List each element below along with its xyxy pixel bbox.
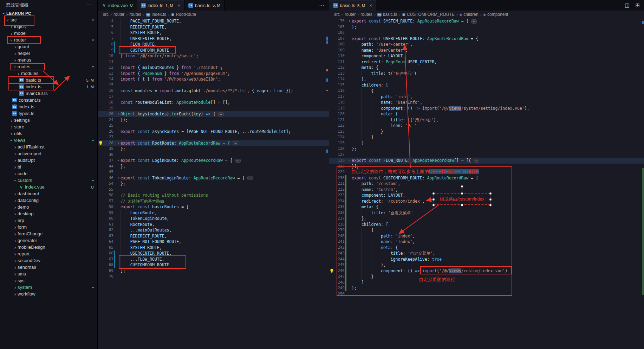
- code-line-58[interactable]: 58export const basicRoutes = [: [98, 204, 329, 210]
- code-line-237[interactable]: 237 },: [329, 216, 644, 222]
- code-line-127[interactable]: 127: [329, 152, 644, 158]
- close-icon[interactable]: ×: [177, 3, 180, 8]
- code-line-9[interactable]: 9 CUSTOMFORM_ROUTE: [98, 47, 329, 53]
- code-line-67[interactable]: 67 ...FLOW_ROUTE,: [98, 256, 329, 262]
- fold-chevron-icon[interactable]: ›: [347, 18, 352, 24]
- breadcrumb-item-index.ts[interactable]: TSindex.ts: [146, 12, 166, 17]
- selection-handle[interactable]: [461, 192, 463, 195]
- tree-folder-settings[interactable]: ›settings: [0, 117, 97, 123]
- code-line-26[interactable]: 26export const asyncRoutes = [PAGE_NOT_F…: [98, 129, 329, 135]
- code-line-122[interactable]: 122 icon: '人 ': [329, 123, 644, 129]
- breadcrumb-item-src[interactable]: src: [334, 12, 340, 17]
- selection-handle[interactable]: [489, 198, 492, 201]
- code-line-35[interactable]: 35};: [98, 146, 329, 152]
- code-line-5[interactable]: 5 REDIRECT_ROUTE,: [98, 24, 329, 30]
- fold-chevron-icon[interactable]: ›: [116, 175, 121, 181]
- code-line-57[interactable]: 57// 未经许可的基本路由: [98, 198, 329, 204]
- tree-file-index.ts[interactable]: TSindex.ts: [0, 103, 97, 110]
- tree-folder-dashboard[interactable]: ›dashboard: [0, 190, 97, 197]
- split-editor-icon[interactable]: ◫: [625, 2, 630, 8]
- tree-folder-sys[interactable]: ›sys: [0, 277, 97, 284]
- tree-folder-system[interactable]: ›system●: [0, 284, 97, 291]
- code-editor-basic-ts[interactable]: 76›export const SYSTEM_ROUTE: AppRouteRe…: [329, 18, 644, 297]
- tree-file-types.ts[interactable]: TStypes.ts: [0, 110, 97, 117]
- code-line-11[interactable]: 11: [98, 59, 329, 65]
- code-line-4[interactable]: 4 PAGE_NOT_FOUND_ROUTE,: [98, 18, 329, 24]
- code-line-15[interactable]: 15: [98, 82, 329, 88]
- tree-folder-activereport[interactable]: ›activereport: [0, 150, 97, 157]
- code-line-120[interactable]: 120 meta: {: [329, 111, 644, 117]
- code-line-250[interactable]: 250: [329, 291, 644, 297]
- tree-folder-routes[interactable]: ›routes●: [0, 63, 97, 70]
- code-line-44[interactable]: 44};: [98, 164, 329, 170]
- code-line-125[interactable]: 125 ]: [329, 140, 644, 146]
- code-line-46[interactable]: 46›export const TokenLoginRoute: AppRout…: [98, 175, 329, 181]
- tab-index.vue[interactable]: Vindex.vueU: [98, 0, 137, 11]
- folded-code-ellipsis[interactable]: ⋯: [218, 112, 223, 116]
- tab-index.ts[interactable]: TSindex.ts1, M×: [137, 0, 184, 11]
- selection-rotate-handle[interactable]: [461, 185, 463, 188]
- selection-handle[interactable]: [432, 204, 435, 207]
- code-line-239[interactable]: 239 {: [329, 227, 644, 233]
- code-line-240[interactable]: 240 path: 'index',: [329, 233, 644, 239]
- tree-folder-model[interactable]: ›model: [0, 30, 97, 37]
- breadcrumb-item-router[interactable]: router: [345, 12, 356, 17]
- code-line-119[interactable]: 119 component: () => import('/@/views/sy…: [329, 106, 644, 112]
- code-line-24[interactable]: 24});: [98, 117, 329, 123]
- tree-folder-actHiTaskinst[interactable]: ›actHiTaskinst: [0, 144, 97, 150]
- tree-folder-code[interactable]: ›code: [0, 170, 97, 177]
- tree-folder-bi[interactable]: ›bi: [0, 164, 97, 170]
- tree-folder-mobileDesign[interactable]: ›mobileDesign: [0, 244, 97, 250]
- tree-folder-store[interactable]: ›store: [0, 123, 97, 130]
- breadcrumb-item-RootRoute[interactable]: ▣RootRoute: [171, 12, 196, 17]
- code-line-110[interactable]: 110 component: LAYOUT,: [329, 53, 644, 59]
- fold-chevron-icon[interactable]: ›: [116, 158, 121, 164]
- tree-folder-erp[interactable]: ›erp: [0, 217, 97, 224]
- code-line-111[interactable]: 111 redirect: PageEnum.USER_CENTER,: [329, 59, 644, 65]
- code-line-230[interactable]: 230export const CUSTOMFORM_ROUTE: AppRou…: [329, 175, 644, 181]
- tree-file-index.ts[interactable]: TSindex.ts1, M: [0, 83, 97, 90]
- code-line-6[interactable]: 6 SYSTEM_ROUTE,: [98, 30, 329, 36]
- tree-folder-views[interactable]: ›views●: [0, 137, 97, 144]
- tree-folder-formChange[interactable]: ›formChange: [0, 230, 97, 237]
- tree-folder-dataconfig[interactable]: ›dataconfig: [0, 197, 97, 204]
- tree-folder-custom[interactable]: ›custom●: [0, 177, 97, 184]
- selection-handle[interactable]: [489, 204, 492, 207]
- tree-folder-form[interactable]: ›form: [0, 224, 97, 230]
- code-line-105[interactable]: 105};: [329, 24, 644, 30]
- tree-folder-generator[interactable]: ›generator: [0, 237, 97, 244]
- code-line-76[interactable]: 76›export const SYSTEM_ROUTE: AppRouteRe…: [329, 18, 644, 24]
- code-line-59[interactable]: 59 LoginRoute,: [98, 210, 329, 216]
- breadcrumb-item-CUSTOMFORM_ROUTE[interactable]: ▣CUSTOMFORM_ROUTE: [402, 12, 454, 17]
- code-line-28[interactable]: 28›export const RootRoute: AppRouteRecor…: [98, 140, 329, 146]
- tree-folder-desktop[interactable]: ›desktop: [0, 210, 97, 217]
- more-actions-icon[interactable]: ⋯: [87, 2, 92, 8]
- code-line-56[interactable]: 56// Basic routing without permissions: [98, 192, 329, 198]
- code-line-244[interactable]: 244 ignoreKeepAlive: true: [329, 256, 644, 262]
- code-line-242[interactable]: 242 meta: {: [329, 245, 644, 251]
- code-line-20[interactable]: 20›Object.keys(modules).forEach((key) =>…: [98, 111, 329, 117]
- code-line-117[interactable]: 117 path: 'info',: [329, 94, 644, 100]
- tree-folder-sendmail[interactable]: ›sendmail: [0, 264, 97, 271]
- breadcrumb-item-basic.ts[interactable]: TSbasic.ts: [377, 12, 397, 17]
- code-line-66[interactable]: 66 USERCENTER_ROUTE,: [98, 250, 329, 256]
- code-line-37[interactable]: 37›export const LoginRoute: AppRouteReco…: [98, 158, 329, 164]
- code-line-54[interactable]: 54};: [98, 181, 329, 187]
- close-icon[interactable]: ×: [369, 3, 372, 8]
- folded-code-ellipsis[interactable]: ⋯: [471, 19, 476, 24]
- folded-code-ellipsis[interactable]: ⋯: [233, 141, 238, 145]
- code-line-121[interactable]: 121 title: t('用户中心'),: [329, 117, 644, 123]
- code-line-245[interactable]: 245 },: [329, 262, 644, 268]
- tree-folder-secondDev[interactable]: ›secondDev: [0, 257, 97, 264]
- code-line-246[interactable]: 246 component: () => import('/@/views/cu…: [329, 268, 644, 274]
- selection-handle[interactable]: [432, 192, 435, 195]
- code-line-61[interactable]: 61 RootRoute,: [98, 222, 329, 228]
- code-editor-index-ts[interactable]: 4 PAGE_NOT_FOUND_ROUTE,5 REDIRECT_ROUTE,…: [98, 18, 329, 280]
- code-line-128[interactable]: 128›export const FLOW_ROUTE: AppRouteRec…: [329, 158, 644, 164]
- code-line-69[interactable]: 69];: [98, 268, 329, 274]
- fold-chevron-icon[interactable]: ›: [116, 140, 121, 146]
- code-line-55[interactable]: 55: [98, 187, 329, 193]
- tree-file-basic.ts[interactable]: TSbasic.ts5, M: [0, 77, 97, 83]
- annotation-selection-box[interactable]: 组成路由/custom/index: [434, 193, 490, 205]
- code-line-247[interactable]: 247 }: [329, 274, 644, 280]
